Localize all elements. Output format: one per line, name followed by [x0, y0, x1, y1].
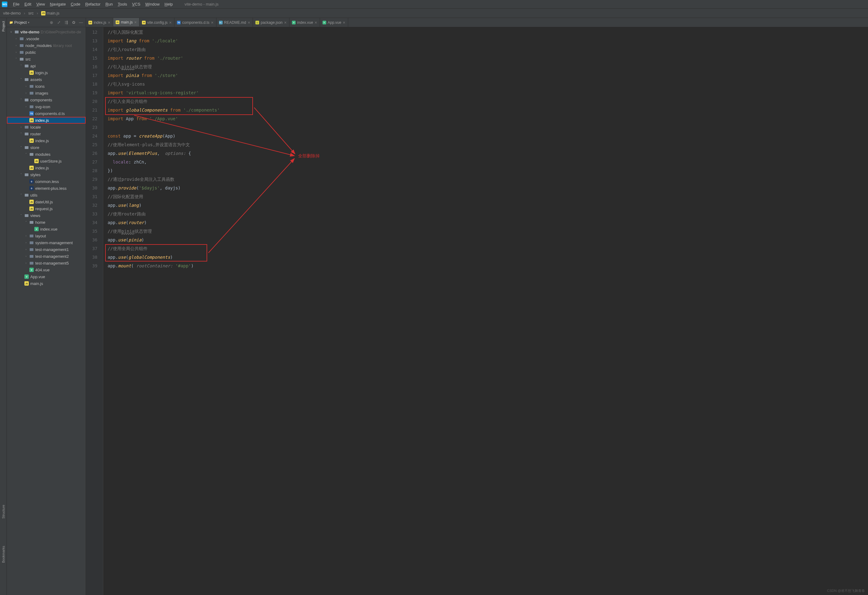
code-line[interactable]: //通过provide全局注入工具函数 [103, 175, 868, 184]
editor-tab[interactable]: JSmain.js× [113, 18, 139, 27]
code-line[interactable]: //使用router路由 [103, 209, 868, 218]
menu-tools[interactable]: Tools [115, 1, 130, 7]
editor-tab[interactable]: VApp.vue× [320, 18, 348, 27]
tool-tab-structure[interactable]: Structure [1, 504, 6, 520]
code-line[interactable]: //使用全局公共组件 [103, 244, 868, 253]
menu-vcs[interactable]: VCS [130, 1, 143, 7]
tree-item[interactable]: JSindex.js [7, 137, 86, 144]
project-tree[interactable]: vvite-demoD:\GiteeProject\vite-de›.vscod… [7, 27, 86, 595]
tree-item[interactable]: Vindex.vue [7, 225, 86, 233]
code-line[interactable]: //国际化配置使用 [103, 192, 868, 201]
tree-item[interactable]: JSlogin.js [7, 69, 86, 76]
editor-tab[interactable]: Vindex.vue× [289, 18, 320, 27]
tree-item[interactable]: ›locale [7, 124, 86, 130]
expand-all-icon[interactable]: ⤢ [57, 21, 61, 25]
breadcrumb-file[interactable]: main.js [47, 11, 59, 15]
tree-item[interactable]: ˅modules [7, 151, 86, 158]
close-tab-icon[interactable]: × [314, 20, 317, 25]
tree-item[interactable]: VApp.vue [7, 273, 86, 280]
collapse-all-icon[interactable]: ⇶ [64, 21, 68, 25]
close-tab-icon[interactable]: × [343, 20, 345, 25]
tree-item[interactable]: JSdateUtil.js [7, 199, 86, 205]
settings-icon[interactable]: ✿ [71, 21, 76, 25]
menu-help[interactable]: Help [162, 1, 175, 7]
tree-item[interactable]: JSrequest.js [7, 205, 86, 212]
tree-item[interactable]: ›system-management [7, 239, 86, 246]
tree-item[interactable]: ›node_moduleslibrary root [7, 42, 86, 49]
editor-tab[interactable]: M↓README.md× [217, 18, 253, 27]
close-tab-icon[interactable]: × [248, 20, 250, 25]
tree-item[interactable]: ˅components [7, 96, 86, 103]
tree-item[interactable]: TScomponents.d.ts [7, 110, 86, 117]
code-line[interactable]: //引入pinia状态管理 [103, 62, 868, 71]
select-opened-file-icon[interactable]: ⊕ [49, 21, 53, 25]
editor-tab[interactable]: {}package.json× [253, 18, 289, 27]
code-line[interactable]: //引入全局公共组件 [103, 97, 868, 106]
tree-item[interactable]: ˅home [7, 219, 86, 225]
close-tab-icon[interactable]: × [284, 20, 286, 25]
tree-item[interactable]: ˅src [7, 56, 86, 62]
tree-item[interactable]: JSindex.js [7, 117, 86, 124]
code-content[interactable]: 全部删除掉 //引入国际化配置import lang from './local… [103, 27, 868, 595]
code-line[interactable]: app.use(globalComponents) [103, 253, 868, 262]
close-tab-icon[interactable]: × [134, 20, 137, 25]
tree-item[interactable]: ˅views [7, 212, 86, 219]
breadcrumb[interactable]: vite-demo src JS main.js [3, 11, 59, 15]
tree-item[interactable]: JSmain.js [7, 280, 86, 287]
code-line[interactable]: import 'virtual:svg-icons-register' [103, 88, 868, 97]
close-tab-icon[interactable]: × [211, 20, 213, 25]
code-line[interactable]: import App from './App.vue' [103, 114, 868, 123]
tree-item[interactable]: ˅styles [7, 171, 86, 178]
menu-refactor[interactable]: Refactor [83, 1, 103, 7]
code-line[interactable]: app.use(router) [103, 218, 868, 227]
code-line[interactable]: app.use(lang) [103, 201, 868, 209]
code-line[interactable]: locale: zhCn, [103, 158, 868, 166]
tree-item[interactable]: ›images [7, 90, 86, 96]
code-line[interactable]: app.mount( rootContainer: '#app') [103, 262, 868, 270]
tree-item[interactable]: ›test-management5 [7, 260, 86, 267]
tree-item[interactable]: ›icons [7, 83, 86, 90]
code-line[interactable]: app.provide('$dayjs', dayjs) [103, 184, 868, 192]
tree-item[interactable]: ›test-management2 [7, 253, 86, 260]
hide-icon[interactable]: — [79, 21, 83, 25]
tree-item[interactable]: ›svg-icon [7, 103, 86, 110]
tree-item[interactable]: ›layout [7, 233, 86, 239]
breadcrumb-src[interactable]: src [28, 11, 33, 15]
tree-item[interactable]: ›public [7, 49, 86, 56]
code-line[interactable]: import pinia from './store' [103, 71, 868, 80]
tree-item[interactable]: ˅assets [7, 76, 86, 83]
code-editor[interactable]: 1213141516171819202122232425262728293031… [86, 27, 868, 595]
tree-item[interactable]: ˅store [7, 144, 86, 151]
code-line[interactable]: import router from './router' [103, 54, 868, 62]
menu-navigate[interactable]: Navigate [47, 1, 68, 7]
tree-item[interactable]: ›.vscode [7, 35, 86, 42]
tree-item[interactable]: JSindex.js [7, 165, 86, 171]
code-line[interactable]: //使用element-plus,并设置语言为中文 [103, 140, 868, 149]
tree-item[interactable]: ˅api [7, 62, 86, 69]
menu-run[interactable]: Run [103, 1, 115, 7]
code-line[interactable]: //引入国际化配置 [103, 28, 868, 37]
menu-edit[interactable]: Edit [22, 1, 34, 7]
code-line[interactable]: const app = createApp(App) [103, 132, 868, 140]
menu-view[interactable]: View [34, 1, 47, 7]
menu-code[interactable]: Code [68, 1, 83, 7]
tree-root[interactable]: vvite-demoD:\GiteeProject\vite-de [7, 28, 86, 35]
code-line[interactable]: //使用pinia状态管理 [103, 227, 868, 236]
close-tab-icon[interactable]: × [169, 20, 172, 25]
code-line[interactable]: import lang from './locale' [103, 37, 868, 45]
editor-tab[interactable]: JSindex.js× [86, 18, 113, 27]
project-pane-title[interactable]: Project ▾ [9, 20, 47, 25]
code-line[interactable]: }) [103, 166, 868, 175]
tool-tab-project[interactable]: Project [1, 20, 6, 33]
code-line[interactable]: app.use(ElementPlus, options: { [103, 149, 868, 158]
tree-item[interactable]: JSuserStore.js [7, 158, 86, 165]
tree-item[interactable]: ˅router [7, 130, 86, 137]
code-line[interactable] [103, 123, 868, 132]
code-line[interactable]: //引入svg-icons [103, 80, 868, 88]
tree-item[interactable]: ›test-management1 [7, 246, 86, 253]
code-line[interactable]: //引入router路由 [103, 45, 868, 54]
code-line[interactable]: import globalComponents from './componen… [103, 106, 868, 114]
tool-tab-bookmarks[interactable]: Bookmarks [1, 545, 6, 564]
tree-item[interactable]: {}common.less [7, 178, 86, 185]
menu-file[interactable]: File [10, 1, 22, 7]
